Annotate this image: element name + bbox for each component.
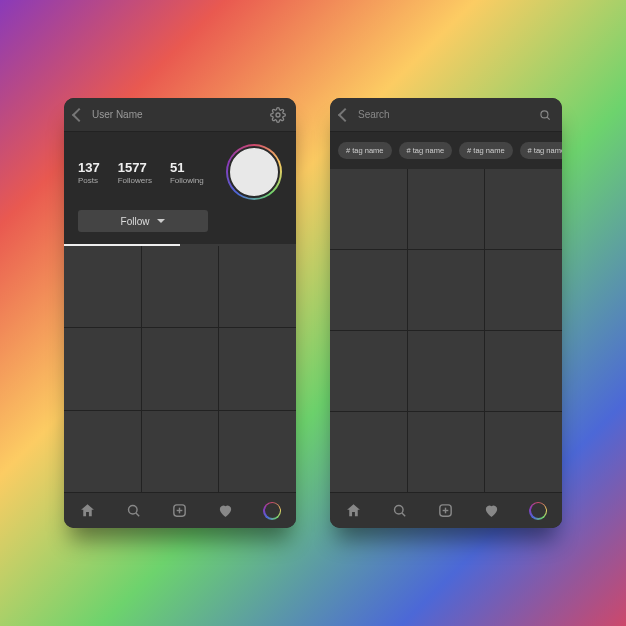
grid-cell[interactable] [142, 411, 219, 492]
profile-screen: User Name 137 Posts 1577 Followers 51 Fo… [64, 98, 296, 528]
follow-button[interactable]: Follow [78, 210, 208, 232]
grid-cell[interactable] [408, 250, 485, 330]
home-icon[interactable] [345, 502, 362, 519]
profile-tab-indicator[interactable] [64, 244, 296, 246]
stat-posts[interactable]: 137 Posts [78, 160, 100, 185]
grid-cell[interactable] [485, 250, 562, 330]
grid-cell[interactable] [408, 412, 485, 492]
grid-cell[interactable] [219, 411, 296, 492]
grid-cell[interactable] [64, 246, 141, 327]
grid-cell[interactable] [330, 169, 407, 249]
grid-cell[interactable] [408, 169, 485, 249]
svg-line-7 [547, 117, 550, 120]
tag-chip[interactable]: # tag name [338, 142, 392, 159]
back-arrow-icon[interactable] [72, 107, 86, 121]
stat-following[interactable]: 51 Following [170, 160, 204, 185]
search-input[interactable]: Search [358, 109, 530, 120]
grid-cell[interactable] [142, 246, 219, 327]
grid-cell[interactable] [330, 331, 407, 411]
grid-cell[interactable] [485, 169, 562, 249]
grid-cell[interactable] [485, 331, 562, 411]
avatar-ring-icon[interactable] [263, 502, 281, 520]
gear-icon[interactable] [270, 107, 286, 123]
back-arrow-icon[interactable] [338, 107, 352, 121]
home-icon[interactable] [79, 502, 96, 519]
grid-cell[interactable] [485, 412, 562, 492]
search-icon[interactable] [391, 502, 408, 519]
bottom-nav [330, 492, 562, 528]
svg-line-2 [136, 513, 139, 516]
svg-point-0 [276, 113, 280, 117]
tag-chip[interactable]: # tag name [399, 142, 453, 159]
explore-grid [330, 169, 562, 492]
heart-icon[interactable] [483, 502, 500, 519]
add-icon[interactable] [437, 502, 454, 519]
search-icon[interactable] [125, 502, 142, 519]
tag-chip-row: # tag name # tag name # tag name # tag n… [330, 132, 562, 169]
grid-cell[interactable] [330, 412, 407, 492]
svg-line-9 [402, 513, 405, 516]
grid-cell[interactable] [219, 328, 296, 409]
heart-icon[interactable] [217, 502, 234, 519]
profile-stats-row: 137 Posts 1577 Followers 51 Following [64, 132, 296, 210]
avatar[interactable] [226, 144, 282, 200]
chevron-down-icon [157, 219, 165, 223]
tag-chip[interactable]: # tag name [520, 142, 562, 159]
search-icon[interactable] [538, 108, 552, 122]
grid-cell[interactable] [64, 411, 141, 492]
tag-chip[interactable]: # tag name [459, 142, 513, 159]
search-screen: Search # tag name # tag name # tag name … [330, 98, 562, 528]
bottom-nav [64, 492, 296, 528]
svg-point-8 [394, 506, 403, 515]
grid-cell[interactable] [142, 328, 219, 409]
grid-cell[interactable] [330, 250, 407, 330]
avatar-ring-icon[interactable] [529, 502, 547, 520]
profile-header: User Name [64, 98, 296, 132]
svg-point-1 [128, 506, 137, 515]
grid-cell[interactable] [64, 328, 141, 409]
add-icon[interactable] [171, 502, 188, 519]
grid-cell[interactable] [219, 246, 296, 327]
grid-cell[interactable] [408, 331, 485, 411]
profile-username: User Name [92, 109, 262, 120]
search-header: Search [330, 98, 562, 132]
stat-followers[interactable]: 1577 Followers [118, 160, 152, 185]
post-grid [64, 246, 296, 492]
svg-point-6 [541, 110, 548, 117]
